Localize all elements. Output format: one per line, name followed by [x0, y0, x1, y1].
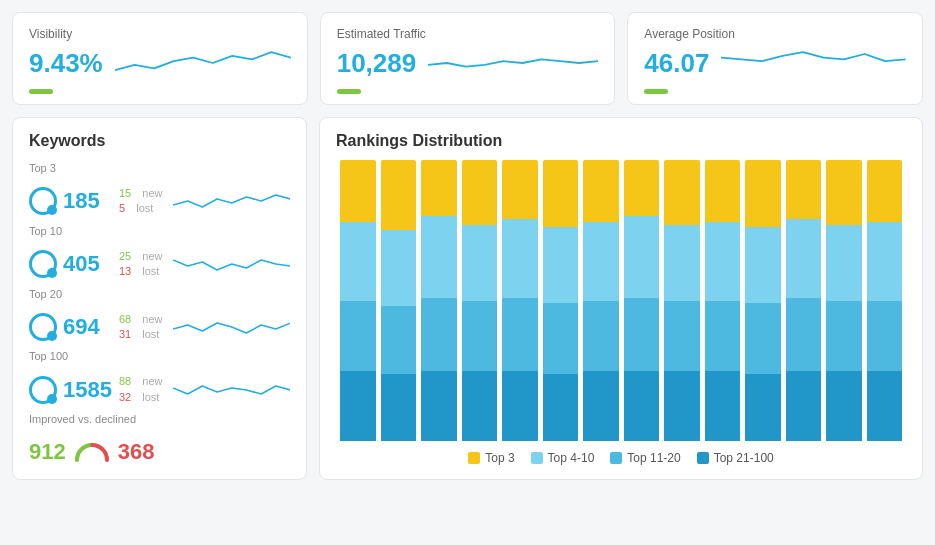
bar-top11to20	[381, 306, 417, 373]
metric-value-estimated-traffic: 10,289	[337, 48, 417, 79]
bar-top3	[786, 160, 822, 219]
keyword-row: Top 10 405 25 new 13 lost	[29, 225, 290, 288]
metric-card-average-position: Average Position 46.07	[627, 12, 923, 105]
bar-top11to20	[340, 301, 376, 371]
kw-number-3: 1585	[63, 377, 113, 403]
kw-new-1: 25	[119, 249, 131, 264]
bar-group	[826, 160, 862, 441]
legend-dot	[531, 452, 543, 464]
kw-lost-3: 32	[119, 390, 131, 405]
kw-lost-1: 13	[119, 264, 131, 279]
bar-top21to100	[381, 374, 417, 441]
kw-row-0: 185 15 new 5 lost	[29, 178, 290, 225]
bar-top3	[502, 160, 538, 219]
bar-top3	[624, 160, 660, 216]
improved-row: 912 368	[29, 429, 290, 465]
bar-top3	[826, 160, 862, 225]
bar-top11to20	[826, 301, 862, 371]
legend-dot	[610, 452, 622, 464]
bar-top4to10	[786, 219, 822, 298]
legend-dot	[697, 452, 709, 464]
bar-top21to100	[543, 374, 579, 441]
kw-sparkline-3	[173, 376, 291, 404]
bar-top21to100	[502, 371, 538, 441]
kw-meta-2: 68 new 31 lost	[119, 312, 163, 343]
keywords-title: Keywords	[29, 132, 290, 150]
sparkline-visibility	[115, 45, 291, 81]
chart-area: Top 3 Top 4-10 Top 11-20 Top 21-100	[336, 160, 906, 465]
bar-group	[664, 160, 700, 441]
kw-label-1: Top 10	[29, 225, 290, 237]
metric-value-visibility: 9.43%	[29, 48, 103, 79]
bar-top21to100	[786, 371, 822, 441]
bar-top4to10	[381, 230, 417, 306]
bar-group	[381, 160, 417, 441]
bar-top3	[421, 160, 457, 216]
kw-row-1: 405 25 new 13 lost	[29, 241, 290, 288]
keyword-row: Top 3 185 15 new 5 lost	[29, 162, 290, 225]
bar-group	[462, 160, 498, 441]
bar-top3	[340, 160, 376, 222]
bar-top21to100	[664, 371, 700, 441]
bar-group	[705, 160, 741, 441]
bar-top4to10	[624, 216, 660, 298]
kw-new-2: 68	[119, 312, 131, 327]
bar-top4to10	[664, 225, 700, 301]
metric-indicator-visibility	[29, 89, 53, 94]
kw-number-0: 185	[63, 188, 113, 214]
metric-value-average-position: 46.07	[644, 48, 709, 79]
bar-group	[583, 160, 619, 441]
bar-group	[745, 160, 781, 441]
bar-top11to20	[786, 298, 822, 371]
kw-new-0: 15	[119, 186, 131, 201]
legend-item: Top 11-20	[610, 451, 680, 465]
bar-top11to20	[421, 298, 457, 371]
kw-label-0: Top 3	[29, 162, 290, 174]
kw-circle-2	[29, 313, 57, 341]
bottom-row: Keywords Top 3 185 15 new 5 lost Top 10	[12, 117, 923, 480]
keyword-row: Top 20 694 68 new 31 lost	[29, 288, 290, 351]
keywords-card: Keywords Top 3 185 15 new 5 lost Top 10	[12, 117, 307, 480]
bar-top11to20	[583, 301, 619, 371]
bar-group	[543, 160, 579, 441]
bar-top4to10	[705, 222, 741, 301]
bar-group	[624, 160, 660, 441]
kw-circle-3	[29, 376, 57, 404]
bar-top4to10	[502, 219, 538, 298]
kw-lost-0: 5	[119, 201, 125, 216]
kw-lost-2: 31	[119, 327, 131, 342]
bar-top3	[664, 160, 700, 225]
bar-top3	[867, 160, 903, 222]
bar-top21to100	[826, 371, 862, 441]
bar-top21to100	[705, 371, 741, 441]
improved-value: 912	[29, 439, 66, 465]
bar-top4to10	[543, 227, 579, 303]
metric-indicator-estimated-traffic	[337, 89, 361, 94]
sparkline-average-position	[721, 45, 906, 81]
metrics-row: Visibility 9.43% Estimated Traffic 10,28…	[12, 12, 923, 105]
bar-top3	[705, 160, 741, 222]
kw-label-2: Top 20	[29, 288, 290, 300]
sparkline-estimated-traffic	[428, 45, 598, 81]
kw-row-2: 694 68 new 31 lost	[29, 304, 290, 351]
bar-top11to20	[867, 301, 903, 371]
keyword-row: Top 100 1585 88 new 32 lost	[29, 350, 290, 413]
bar-top11to20	[745, 303, 781, 373]
bar-top3	[381, 160, 417, 230]
kw-sparkline-1	[173, 250, 291, 278]
kw-number-2: 694	[63, 314, 113, 340]
gauge-icon	[74, 442, 110, 462]
legend-label: Top 3	[485, 451, 514, 465]
bar-top4to10	[745, 227, 781, 303]
bar-group	[502, 160, 538, 441]
chart-legend: Top 3 Top 4-10 Top 11-20 Top 21-100	[336, 451, 906, 465]
bar-top21to100	[867, 371, 903, 441]
metric-label-average-position: Average Position	[644, 27, 906, 41]
bar-top4to10	[462, 225, 498, 301]
bar-top11to20	[705, 301, 741, 371]
metric-card-visibility: Visibility 9.43%	[12, 12, 308, 105]
bar-top4to10	[583, 222, 619, 301]
bar-top4to10	[340, 222, 376, 301]
improved-label: Improved vs. declined	[29, 413, 290, 425]
kw-label-3: Top 100	[29, 350, 290, 362]
